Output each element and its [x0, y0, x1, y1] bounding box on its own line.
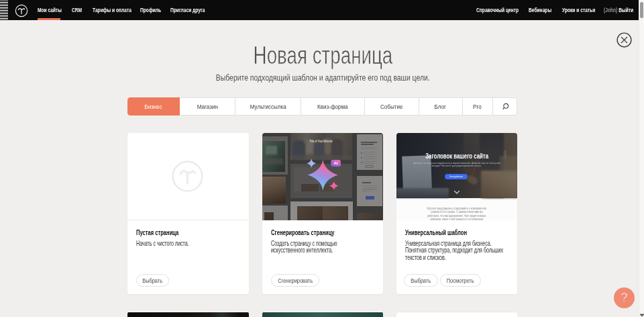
svg-text:AI: AI	[334, 161, 338, 165]
